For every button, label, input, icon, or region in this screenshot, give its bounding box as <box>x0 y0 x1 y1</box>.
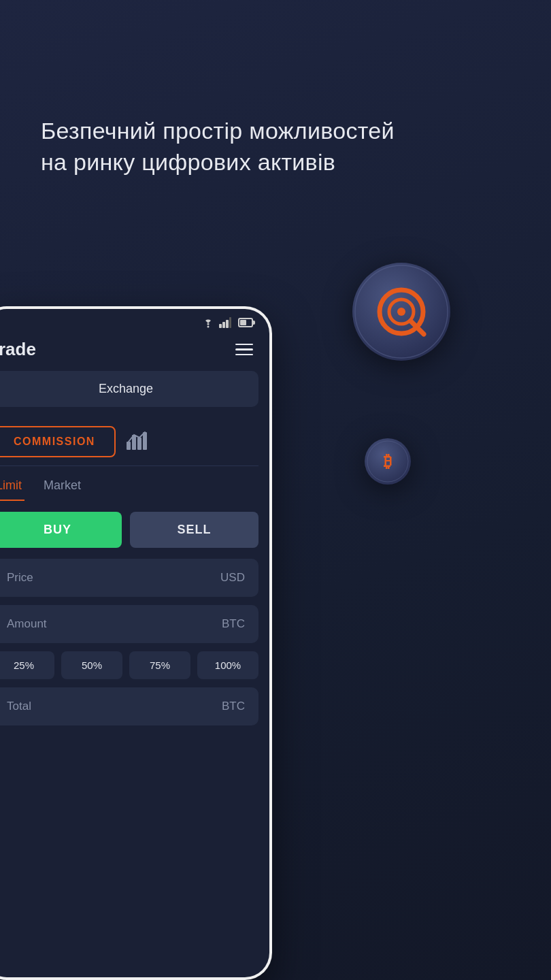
status-bar <box>0 309 269 333</box>
exchange-button[interactable]: Exchange <box>0 371 258 407</box>
amount-field[interactable]: Amount BTC <box>0 605 258 643</box>
svg-rect-13 <box>222 322 225 328</box>
svg-point-11 <box>207 326 210 328</box>
percent-75-button[interactable]: 75% <box>129 651 190 679</box>
svg-rect-12 <box>219 324 222 328</box>
menu-line-1 <box>235 344 253 346</box>
order-tabs: Limit Market <box>0 469 269 501</box>
svg-text:₿: ₿ <box>384 452 392 470</box>
phone-screen: rade Exchange COMMISSION <box>0 309 269 977</box>
commission-button[interactable]: COMMISSION <box>0 426 116 457</box>
menu-line-2 <box>235 348 253 350</box>
svg-rect-18 <box>137 438 141 450</box>
svg-rect-16 <box>127 442 131 450</box>
percent-25-button[interactable]: 25% <box>0 651 54 679</box>
buy-button[interactable]: BUY <box>0 512 122 548</box>
percent-100-button[interactable]: 100% <box>197 651 258 679</box>
menu-line-3 <box>235 354 253 356</box>
percent-50-button[interactable]: 50% <box>61 651 122 679</box>
amount-label: Amount <box>7 617 47 631</box>
phone-frame: rade Exchange COMMISSION <box>0 306 272 980</box>
commission-row: COMMISSION <box>0 418 269 466</box>
coin-small: ₿ <box>361 436 415 490</box>
coin-big <box>347 259 456 368</box>
wifi-icon <box>201 317 215 328</box>
svg-point-6 <box>397 308 405 316</box>
total-label: Total <box>7 700 31 713</box>
buy-sell-row: BUY SELL <box>0 501 269 559</box>
svg-rect-14 <box>226 320 229 328</box>
battery-icon <box>238 318 253 327</box>
total-currency: BTC <box>222 700 245 713</box>
price-label: Price <box>7 571 33 585</box>
menu-icon[interactable] <box>235 344 253 356</box>
price-field[interactable]: Price USD <box>0 559 258 597</box>
percent-row: 25% 50% 75% 100% <box>0 651 269 687</box>
svg-rect-19 <box>143 432 147 450</box>
hero-text: Безпечний простір можливостей на ринку ц… <box>41 116 510 178</box>
amount-currency: BTC <box>222 617 245 631</box>
sell-button[interactable]: SELL <box>130 512 258 548</box>
total-field[interactable]: Total BTC <box>0 687 258 725</box>
tab-market[interactable]: Market <box>41 469 84 501</box>
chart-icon[interactable] <box>127 429 151 454</box>
svg-rect-15 <box>229 317 231 328</box>
exchange-section: Exchange <box>0 371 269 418</box>
divider-1 <box>0 466 258 466</box>
price-currency: USD <box>220 571 245 585</box>
app-title: rade <box>0 339 36 360</box>
tab-limit[interactable]: Limit <box>0 469 24 501</box>
nav-bar: rade <box>0 333 269 371</box>
signal-icon <box>219 317 231 328</box>
